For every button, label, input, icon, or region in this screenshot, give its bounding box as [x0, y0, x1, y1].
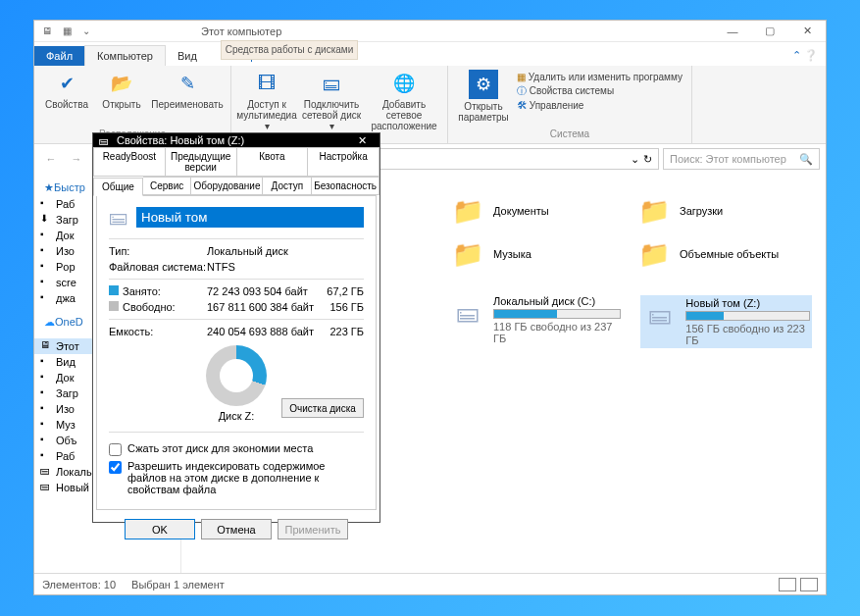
folder-icon: 📁 [636, 236, 672, 272]
nav-fwd[interactable]: → [66, 148, 87, 170]
tab-file[interactable]: Файл [34, 46, 84, 66]
index-checkbox[interactable]: Разрешить индексировать содержимое файло… [109, 460, 364, 495]
nav-back[interactable]: ← [40, 148, 62, 170]
capacity-bytes: 240 054 693 888 байт [207, 326, 315, 337]
tab-general[interactable]: Общие [93, 178, 143, 196]
rename-icon: ✎ [174, 70, 201, 97]
compress-checkbox[interactable]: Сжать этот диск для экономии места [109, 442, 364, 456]
search-icon: 🔍 [799, 153, 813, 166]
disk-icon: 🖴 [109, 206, 128, 229]
ribbon-media-access[interactable]: 🎞Доступ к мультимедиа ▾ [239, 70, 294, 131]
help-icon[interactable]: ⌃ ❔ [784, 45, 826, 66]
view-large-icon[interactable] [800, 578, 818, 591]
dialog-close-button[interactable]: ✕ [348, 134, 376, 147]
tab-tools[interactable]: Сервис [143, 177, 192, 195]
drive-name: Новый том (Z:) [685, 297, 810, 309]
properties-dialog: 🖴 Свойства: Новый том (Z:) ✕ ReadyBoost … [92, 132, 380, 523]
used-label: Занято: [123, 285, 207, 297]
disk-icon: 🖴 [40, 481, 50, 491]
tab-hardware[interactable]: Оборудование [191, 177, 263, 195]
status-count: Элементов: 10 [42, 579, 116, 590]
used-swatch-icon [109, 285, 119, 295]
view-details-icon[interactable] [779, 578, 796, 591]
wrench-icon: 🛠 [517, 100, 527, 111]
media-icon: 🎞 [253, 70, 280, 97]
folder-music[interactable]: 📁Музыка [450, 236, 617, 272]
ribbon-open[interactable]: 📂Открыть [97, 70, 146, 128]
tab-readyboost[interactable]: ReadyBoost [93, 147, 166, 177]
free-gb: 156 ГБ [315, 301, 364, 313]
ribbon-group-system: Система [456, 128, 683, 139]
disk-icon: 🖴 [642, 297, 678, 333]
free-label: Свободно: [123, 301, 207, 313]
free-swatch-icon [109, 301, 119, 311]
ribbon-rename[interactable]: ✎Переименовать [152, 70, 223, 128]
star-icon: ★ [44, 181, 54, 193]
drive-usage-bar [685, 311, 810, 321]
tab-quota[interactable]: Квота [237, 147, 309, 177]
cube-icon: ▦ [517, 72, 526, 82]
dialog-title-bar[interactable]: 🖴 Свойства: Новый том (Z:) ✕ [93, 133, 379, 147]
folder-open-icon: 📂 [108, 70, 135, 97]
drive-name: Локальный диск (C:) [493, 295, 621, 307]
ribbon-open-settings[interactable]: ⚙Открыть параметры [456, 70, 511, 128]
dialog-title: Свойства: Новый том (Z:) [117, 134, 244, 146]
cancel-button[interactable]: Отмена [201, 519, 272, 539]
title-bar: 🖥 ▦ ⌄ Средства работы с дисками Этот ком… [34, 21, 826, 42]
disk-icon: 🖴 [40, 465, 50, 476]
folder-icon: 📁 [636, 193, 672, 229]
maximize-button[interactable]: ▢ [751, 21, 788, 42]
chevron-down-icon[interactable]: ⌄ [631, 153, 639, 166]
tab-customize[interactable]: Настройка [308, 147, 379, 177]
tab-sharing[interactable]: Доступ [263, 177, 312, 195]
ribbon-uninstall[interactable]: ▦ Удалить или изменить программу [517, 72, 683, 82]
drive-free: 118 ГБ свободно из 237 ГБ [493, 321, 621, 344]
disk-icon: 🖴 [97, 133, 111, 147]
close-button[interactable]: ✕ [788, 21, 826, 42]
folder-3d[interactable]: 📁Объемные объекты [636, 236, 803, 272]
ribbon-manage[interactable]: 🛠 Управление [517, 100, 683, 111]
pc-icon: 🖥 [40, 25, 54, 38]
capacity-gb: 223 ГБ [315, 326, 364, 337]
minimize-button[interactable]: — [714, 21, 751, 42]
free-bytes: 167 811 600 384 байт [207, 301, 315, 313]
volume-name-input[interactable] [136, 207, 364, 228]
pc-icon: 🖥 [40, 339, 50, 350]
tab-view[interactable]: Вид [166, 46, 209, 66]
tab-prev-versions[interactable]: Предыдущие версии [166, 147, 237, 177]
apply-button[interactable]: Применить [278, 519, 348, 539]
network-drive-icon: 🖴 [318, 70, 345, 97]
folder-icon: 📁 [450, 193, 485, 229]
ribbon-properties[interactable]: ✔Свойства [42, 70, 91, 128]
folder-icon: 📁 [450, 236, 485, 272]
folder-downloads[interactable]: 📁Загрузки [636, 193, 803, 229]
cloud-icon: ☁ [44, 316, 55, 328]
disk-cleanup-button[interactable]: Очистка диска [281, 398, 364, 418]
drive-c[interactable]: 🖴 Локальный диск (C:) 118 ГБ свободно из… [450, 295, 621, 348]
ribbon-map-drive[interactable]: 🖴Подключить сетевой диск ▾ [300, 70, 363, 131]
folder-documents[interactable]: 📁Документы [450, 193, 617, 229]
fs-label: Файловая система: [109, 261, 207, 273]
disk-label: Диск Z: [219, 410, 255, 422]
disk-icon: 🖴 [450, 295, 485, 331]
status-bar: Элементов: 10 Выбран 1 элемент [34, 573, 826, 594]
used-bytes: 72 243 093 504 байт [207, 285, 315, 297]
qa-props-icon[interactable]: ▦ [60, 25, 74, 38]
checkmark-icon: ✔ [53, 70, 80, 97]
tab-security[interactable]: Безопасность [312, 177, 379, 195]
tab-computer[interactable]: Компьютер [84, 45, 166, 66]
qa-dropdown-icon[interactable]: ⌄ [79, 25, 93, 38]
used-gb: 67,2 ГБ [315, 285, 364, 297]
drive-z[interactable]: 🖴 Новый том (Z:) 156 ГБ свободно из 223 … [640, 295, 812, 348]
refresh-icon[interactable]: ↻ [643, 153, 652, 166]
search-placeholder: Поиск: Этот компьютер [670, 153, 786, 165]
ok-button[interactable]: OK [125, 519, 195, 539]
ribbon-add-netloc[interactable]: 🌐Добавить сетевое расположение [369, 70, 439, 131]
type-label: Тип: [109, 245, 207, 257]
usage-pie-chart [206, 345, 267, 406]
status-selection: Выбран 1 элемент [131, 579, 225, 590]
search-input[interactable]: Поиск: Этот компьютер 🔍 [663, 148, 820, 170]
gear-icon: ⚙ [469, 70, 498, 99]
ribbon-sysprops[interactable]: ⓘ Свойства системы [517, 84, 683, 98]
disk-tools-tab[interactable]: Средства работы с дисками [221, 40, 358, 60]
